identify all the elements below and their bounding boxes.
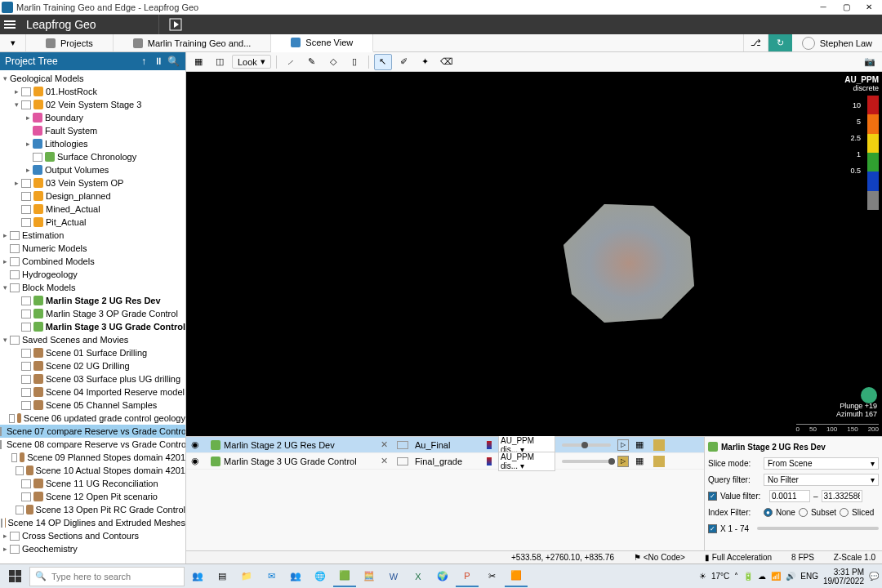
word-icon[interactable]: W xyxy=(382,566,405,587)
tree-node[interactable]: ▸03 Vein System OP xyxy=(0,176,185,189)
excel-icon[interactable]: X xyxy=(407,566,430,587)
axis-x-checkbox[interactable]: ✓ xyxy=(708,524,717,533)
query-filter-select[interactable]: No Filter▾ xyxy=(764,474,879,486)
layer-row[interactable]: ◉Marlin Stage 3 UG Grade Control✕Final_g… xyxy=(186,453,704,470)
teams-icon[interactable]: 👥 xyxy=(284,566,307,587)
tree-node[interactable]: Scene 09 Planned Stopes domain 4201 xyxy=(0,451,185,464)
tab-projects[interactable]: Projects xyxy=(26,34,114,51)
tree-node[interactable]: Surface Chronology xyxy=(0,150,185,163)
visibility-toggle[interactable]: ◉ xyxy=(191,439,204,450)
tree-node[interactable]: Scene 01 Surface Drilling xyxy=(0,346,185,359)
tab-document[interactable]: Marlin Training Geo and... xyxy=(114,34,272,51)
taskbar-search[interactable]: 🔍Type here to search xyxy=(29,567,185,586)
index-subset-radio[interactable] xyxy=(799,508,808,517)
calc-icon[interactable]: 🧮 xyxy=(358,566,381,587)
cortana-icon[interactable]: 👥 xyxy=(186,566,209,587)
tree-node[interactable]: ▸Combined Models xyxy=(0,255,185,268)
onedrive-icon[interactable]: ☁ xyxy=(758,572,766,581)
color-swatch[interactable] xyxy=(397,441,408,449)
compass-icon[interactable] xyxy=(861,387,877,403)
battery-icon[interactable]: 🔋 xyxy=(743,572,753,581)
system-tray[interactable]: ☀ 17°C ˄ 🔋 ☁ 📶 🔊 ENG 3:31 PM 19/07/2022 … xyxy=(699,568,879,586)
tree-node[interactable]: ▸Boundary xyxy=(0,111,185,124)
tool-plane-icon[interactable]: ▯ xyxy=(345,54,363,70)
layer-options-icon[interactable] xyxy=(653,456,665,467)
tree-node[interactable]: Scene 11 UG Reconciliation xyxy=(0,477,185,490)
tool-brush-icon[interactable]: ✦ xyxy=(416,54,434,70)
ppt-icon[interactable]: P xyxy=(456,566,479,587)
tree-node[interactable]: Scene 10 Actual Stopes domain 4201 xyxy=(0,464,185,477)
color-swatch[interactable] xyxy=(397,457,408,466)
tool-lasso-icon[interactable]: ◇ xyxy=(324,54,342,70)
sync-icon[interactable]: ↻ xyxy=(768,34,792,51)
tree-node[interactable]: Fault System xyxy=(0,124,185,137)
tree-node[interactable]: ▸Lithologies xyxy=(0,137,185,150)
tree-node[interactable]: Marlin Stage 3 UG Grade Control xyxy=(0,320,185,333)
tool-edit-icon[interactable]: ✐ xyxy=(395,54,413,70)
play-button[interactable] xyxy=(158,15,191,34)
tree-node[interactable]: Scene 12 Open Pit scenario xyxy=(0,490,185,503)
colormap-select[interactable]: AU_PPM dis... ▾ xyxy=(498,452,555,471)
play-toggle[interactable]: ▷ xyxy=(617,456,629,467)
user-menu[interactable]: Stephen Law xyxy=(792,34,882,51)
tree-node[interactable]: Scene 04 Imported Reserve model xyxy=(0,385,185,399)
tree-up-icon[interactable]: ↑ xyxy=(136,54,151,69)
tree-node[interactable]: Design_planned xyxy=(0,189,185,203)
play-toggle[interactable]: ▷ xyxy=(617,439,629,451)
tree-node[interactable]: Scene 06 updated grade control geology xyxy=(0,412,185,425)
tree-node[interactable]: Scene 08 compare Reserve vs Grade Contro… xyxy=(0,438,185,451)
minimize-button[interactable]: ─ xyxy=(812,1,835,14)
look-dropdown[interactable]: Look▾ xyxy=(232,55,271,69)
tree-node[interactable]: ▾Block Models xyxy=(0,281,185,294)
tool-measure-icon[interactable]: ⟋ xyxy=(282,54,300,70)
layer-options-icon[interactable] xyxy=(653,439,665,451)
tree-node[interactable]: Scene 14 OP Diglines and Extruded Meshes xyxy=(0,516,185,529)
remove-layer-icon[interactable]: ✕ xyxy=(381,456,390,466)
close-button[interactable]: ✕ xyxy=(858,1,880,14)
tree-node[interactable]: Scene 13 Open Pit RC Grade Control xyxy=(0,503,185,516)
outlook-icon[interactable]: ✉ xyxy=(260,566,283,587)
tree-search-icon[interactable]: 🔍 xyxy=(166,54,180,69)
remove-layer-icon[interactable]: ✕ xyxy=(381,439,390,450)
value-filter-high[interactable] xyxy=(822,490,862,502)
lang-label[interactable]: ENG xyxy=(800,572,818,581)
axis-x-slider[interactable] xyxy=(757,527,879,530)
chrome-icon[interactable]: 🌐 xyxy=(309,566,332,587)
tree-node[interactable]: Hydrogeology xyxy=(0,268,185,281)
grid-icon[interactable]: ▦ xyxy=(635,439,647,451)
tool-eraser-icon[interactable]: ⌫ xyxy=(438,54,456,70)
tool-pen-icon[interactable]: ✎ xyxy=(303,54,321,70)
edge-icon[interactable]: 🟧 xyxy=(505,566,528,587)
tree-node[interactable]: ▸Geochemistry xyxy=(0,542,185,555)
tree-node[interactable]: ▸Cross Sections and Contours xyxy=(0,529,185,542)
tab-dropdown[interactable]: ▾ xyxy=(0,34,26,51)
clock[interactable]: 3:31 PM 19/07/2022 xyxy=(823,568,864,586)
globe-icon[interactable]: 🌍 xyxy=(431,566,454,587)
tree-node[interactable]: ▸Estimation xyxy=(0,229,185,242)
project-tree-body[interactable]: ▾Geological Models▸01.HostRock▾02 Vein S… xyxy=(0,70,185,564)
tree-node[interactable]: Marlin Stage 3 OP Grade Control xyxy=(0,307,185,320)
opacity-slider[interactable] xyxy=(562,443,611,447)
branch-icon[interactable]: ⎇ xyxy=(743,34,768,51)
app-icon-taskbar[interactable]: 🟩 xyxy=(333,566,356,587)
tree-node[interactable]: Scene 03 Surface plus UG drilling xyxy=(0,372,185,385)
tree-node[interactable]: Scene 07 compare Reserve vs Grade Contro… xyxy=(0,425,185,438)
value-filter-low[interactable] xyxy=(769,490,810,502)
task-view-icon[interactable]: ▤ xyxy=(211,566,234,587)
value-filter-checkbox[interactable]: ✓ xyxy=(708,492,717,501)
tool-pointer-icon[interactable]: ↖ xyxy=(374,54,392,70)
tray-chevron-icon[interactable]: ˄ xyxy=(734,572,738,581)
tool-overlay-icon[interactable]: ◫ xyxy=(211,54,229,70)
tree-node[interactable]: Pit_Actual xyxy=(0,216,185,229)
camera-icon[interactable]: 📷 xyxy=(861,54,879,70)
tab-scene-view[interactable]: Scene View xyxy=(271,34,373,52)
tool-select-icon[interactable]: ▦ xyxy=(189,54,207,70)
grid-icon[interactable]: ▦ xyxy=(635,456,647,467)
tree-node[interactable]: ▾Geological Models xyxy=(0,72,185,85)
tree-pause-icon[interactable]: ⏸ xyxy=(151,54,166,69)
menu-button[interactable] xyxy=(0,20,20,29)
wifi-icon[interactable]: 📶 xyxy=(771,572,781,581)
tree-node[interactable]: Scene 02 UG Drilling xyxy=(0,359,185,372)
tree-node[interactable]: Numeric Models xyxy=(0,242,185,255)
tree-node[interactable]: ▸Output Volumes xyxy=(0,163,185,176)
